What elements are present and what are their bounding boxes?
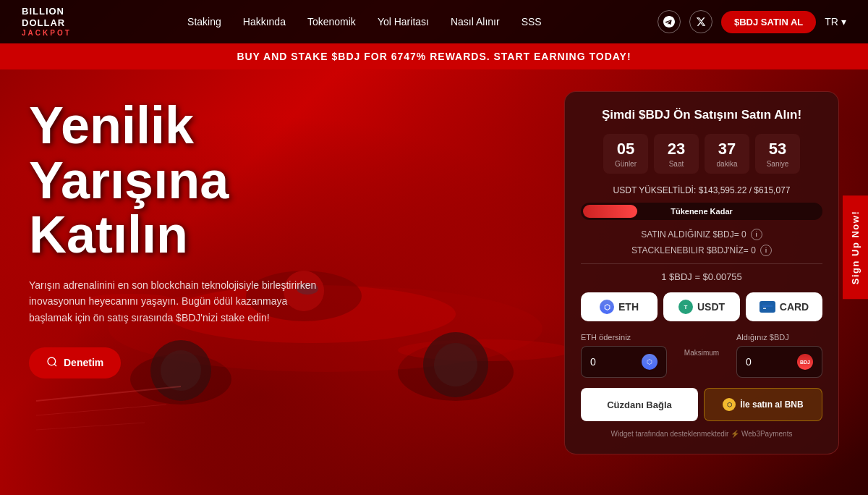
bdj-input-field: BDJ	[736, 346, 822, 378]
signup-sidebar-button[interactable]: Sign Up Now!	[843, 196, 868, 300]
connect-wallet-button[interactable]: Cüzdanı Bağla	[581, 388, 698, 421]
nav-hakkinda[interactable]: Hakkında	[243, 16, 286, 28]
input-section: ETH ödersiniz ⬡ Maksimum Aldığınız $BDJ …	[581, 333, 822, 378]
usdt-raised: USDT YÜKSELTİLDİ: $143,595.22 / $615,077	[581, 185, 822, 195]
action-buttons: Cüzdanı Bağla ⬡ İle satın al BNB	[581, 388, 822, 421]
countdown-hours: 23 Saat	[654, 134, 699, 174]
card-icon	[760, 301, 775, 313]
eth-icon: ⬡	[600, 300, 614, 314]
widget-attribution: Widget tarafından desteklenmektedir ⚡ We…	[581, 430, 822, 438]
main-content: YenilikYarışınaKatılın Yarışın adrenalin…	[0, 69, 868, 494]
usdt-icon: T	[678, 300, 693, 314]
bdj-input-group: Aldığınız $BDJ BDJ	[736, 333, 822, 378]
buy-bdj-button[interactable]: $BDJ SATIN AL	[721, 11, 816, 33]
telegram-icon[interactable]	[658, 10, 681, 33]
logo: BILLION DOLLAR JACKPOT	[22, 6, 72, 37]
progress-label: Tükenene Kadar	[581, 203, 822, 220]
usdt-payment-button[interactable]: T USDT	[663, 292, 740, 321]
svg-rect-19	[762, 305, 773, 308]
nav-staking[interactable]: Staking	[187, 16, 221, 28]
nav-tokenomik[interactable]: Tokenomik	[307, 16, 356, 28]
twitter-x-icon[interactable]	[689, 10, 712, 33]
countdown-seconds: 53 Saniye	[755, 134, 800, 174]
bdj-input[interactable]	[746, 356, 797, 368]
countdown-minutes: 37 dakika	[705, 134, 749, 174]
audit-icon	[46, 356, 58, 370]
stakeable-info: STACKLENEBILIR $BDJ'NİZ= 0 i	[581, 245, 822, 256]
progress-bar: Tükenene Kadar	[581, 203, 822, 220]
price-label: 1 $BDJ = $0.00755	[581, 271, 822, 282]
svg-point-16	[48, 358, 56, 365]
logo-text: BILLION DOLLAR JACKPOT	[22, 6, 72, 37]
purchased-info-icon[interactable]: i	[751, 229, 762, 240]
eth-input-group: ETH ödersiniz ⬡	[581, 333, 667, 378]
buy-bnb-button[interactable]: ⬡ İle satın al BNB	[704, 388, 822, 421]
hero-section: YenilikYarışınaKatılın Yarışın adrenalin…	[29, 91, 564, 378]
nav-links: Staking Hakkında Tokenomik Yol Haritası …	[187, 16, 542, 28]
presale-card: Şimdi $BDJ Ön Satışını Satın Alın! 05 Gü…	[564, 91, 839, 454]
language-selector[interactable]: TR ▾	[825, 16, 846, 28]
bdj-input-label: Aldığınız $BDJ	[736, 333, 822, 342]
svg-line-17	[54, 364, 56, 366]
divider-1	[581, 263, 822, 264]
countdown-days: 05 Günler	[603, 134, 648, 174]
card-payment-button[interactable]: CARD	[746, 292, 822, 321]
svg-rect-20	[763, 308, 766, 310]
eth-payment-button[interactable]: ⬡ ETH	[581, 292, 658, 321]
announcement-banner: BUY AND STAKE $BDJ FOR 6747% REWARDS. ST…	[0, 43, 868, 69]
eth-input[interactable]	[590, 356, 642, 368]
navbar: BILLION DOLLAR JACKPOT Staking Hakkında …	[0, 0, 868, 43]
eth-input-label: ETH ödersiniz	[581, 333, 667, 342]
eth-input-field: ⬡	[581, 346, 667, 378]
nav-icons: $BDJ SATIN AL TR ▾	[658, 10, 846, 33]
stakeable-info-icon[interactable]: i	[760, 245, 772, 256]
audit-button[interactable]: Denetim	[29, 347, 121, 378]
bnb-icon: ⬡	[723, 398, 736, 411]
hero-title: YenilikYarışınaKatılın	[29, 98, 564, 263]
max-group: Maksimum	[673, 333, 731, 357]
eth-coin-badge: ⬡	[642, 354, 658, 370]
nav-yol-haritasi[interactable]: Yol Haritası	[378, 16, 429, 28]
purchased-info: SATIN ALDIĞINIZ $BDJ= 0 i	[581, 229, 822, 240]
max-label: Maksimum	[673, 333, 731, 357]
nav-nasil-alinir[interactable]: Nasıl Alınır	[451, 16, 500, 28]
nav-sss[interactable]: SSS	[522, 16, 542, 28]
card-title: Şimdi $BDJ Ön Satışını Satın Alın!	[581, 108, 822, 122]
chevron-down-icon: ▾	[841, 16, 846, 28]
bdj-coin-badge: BDJ	[797, 354, 813, 370]
countdown-timer: 05 Günler 23 Saat 37 dakika 53 Saniye	[581, 134, 822, 174]
hero-description: Yarışın adrenalinini en son blockchain t…	[29, 277, 333, 326]
payment-methods: ⬡ ETH T USDT CARD	[581, 292, 822, 321]
